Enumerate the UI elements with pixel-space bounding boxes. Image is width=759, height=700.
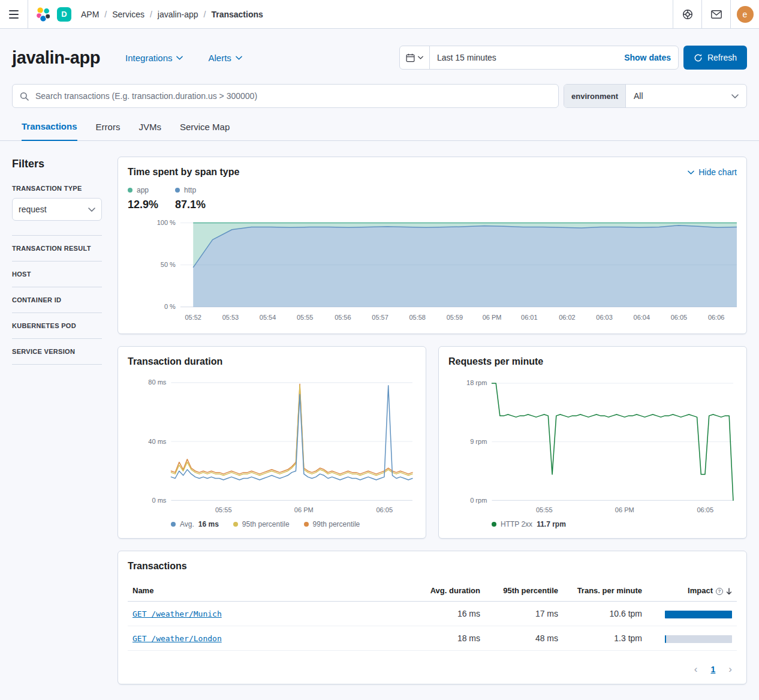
show-dates-button[interactable]: Show dates bbox=[624, 53, 678, 62]
transaction-duration-chart[interactable]: 0 ms40 ms80 ms05:5506 PM06:05 bbox=[128, 372, 416, 517]
column-name[interactable]: Name bbox=[128, 580, 413, 602]
environment-control: environment All bbox=[564, 84, 747, 108]
rpm-legend: HTTP 2xx11.7 rpm bbox=[492, 520, 737, 528]
chevron-down-icon bbox=[731, 94, 739, 98]
svg-text:50 %: 50 % bbox=[161, 261, 176, 268]
transaction-type-label: TRANSACTION TYPE bbox=[12, 185, 102, 192]
impact-info-icon[interactable]: ? bbox=[716, 588, 723, 595]
svg-text:06 PM: 06 PM bbox=[483, 314, 502, 321]
service-tabs: Transactions Errors JVMs Service Map bbox=[0, 121, 759, 141]
tab-errors[interactable]: Errors bbox=[96, 121, 121, 140]
page-1-button[interactable]: 1 bbox=[711, 665, 716, 674]
svg-text:40 ms: 40 ms bbox=[148, 437, 167, 444]
p95-legend-label: 95th percentile bbox=[242, 520, 290, 528]
filters-sidebar: Filters TRANSACTION TYPE request TRANSAC… bbox=[12, 157, 102, 696]
legend-app[interactable]: app 12.9% bbox=[128, 186, 158, 211]
transaction-link-london[interactable]: GET /weather/London bbox=[132, 634, 222, 643]
cell-tpm: 1.3 tpm bbox=[563, 626, 647, 651]
svg-text:06:01: 06:01 bbox=[521, 314, 537, 321]
transaction-link-munich[interactable]: GET /weather/Munich bbox=[132, 609, 222, 618]
chevron-down-icon bbox=[176, 56, 183, 60]
http2xx-legend-value: 11.7 rpm bbox=[537, 520, 566, 528]
search-row: environment All bbox=[12, 84, 747, 108]
svg-text:06:04: 06:04 bbox=[634, 314, 650, 321]
next-page-button[interactable]: › bbox=[728, 664, 732, 674]
integrations-label: Integrations bbox=[125, 53, 172, 63]
svg-text:05:58: 05:58 bbox=[409, 314, 426, 321]
svg-text:9 rpm: 9 rpm bbox=[470, 438, 487, 445]
cell-p95: 48 ms bbox=[485, 626, 563, 651]
impact-bar bbox=[665, 611, 732, 618]
column-95th-percentile[interactable]: 95th percentile bbox=[485, 580, 563, 602]
svg-text:06:02: 06:02 bbox=[559, 314, 575, 321]
quick-select-button[interactable] bbox=[400, 46, 430, 69]
time-range-value[interactable]: Last 15 minutes bbox=[430, 53, 624, 62]
svg-text:06:03: 06:03 bbox=[596, 314, 612, 321]
transaction-type-select[interactable]: request bbox=[12, 198, 102, 221]
transactions-table-title: Transactions bbox=[128, 561, 737, 572]
integrations-dropdown[interactable]: Integrations bbox=[125, 53, 183, 63]
cell-avg: 16 ms bbox=[413, 602, 485, 626]
svg-text:80 ms: 80 ms bbox=[148, 378, 167, 386]
hamburger-icon bbox=[9, 10, 19, 19]
span-type-chart[interactable]: 0 %50 %100 %05:5205:5305:5405:5505:5605:… bbox=[128, 216, 737, 324]
p95-legend-dot bbox=[233, 522, 238, 527]
svg-text:05:59: 05:59 bbox=[447, 314, 463, 321]
legend-99th[interactable]: 99th percentile bbox=[304, 520, 360, 528]
breadcrumb-service[interactable]: javalin-app bbox=[144, 10, 198, 19]
breadcrumb-services[interactable]: Services bbox=[99, 10, 144, 19]
avg-legend-value: 16 ms bbox=[198, 520, 219, 528]
http2xx-legend-dot bbox=[492, 522, 496, 527]
menu-button[interactable] bbox=[0, 0, 28, 29]
p99-legend-label: 99th percentile bbox=[313, 520, 360, 528]
space-badge[interactable]: D bbox=[57, 7, 71, 22]
tab-transactions[interactable]: Transactions bbox=[22, 121, 77, 141]
svg-text:06:05: 06:05 bbox=[697, 506, 713, 513]
tab-service-map[interactable]: Service Map bbox=[180, 121, 230, 140]
impact-bar bbox=[665, 635, 732, 643]
lifebuoy-icon bbox=[682, 9, 693, 20]
svg-text:06:05: 06:05 bbox=[671, 314, 687, 321]
filter-host[interactable]: HOST bbox=[12, 262, 102, 287]
filter-transaction-result[interactable]: TRANSACTION RESULT bbox=[12, 236, 102, 262]
refresh-icon bbox=[694, 53, 703, 62]
tab-jvms[interactable]: JVMs bbox=[138, 121, 161, 140]
requests-per-minute-chart[interactable]: 0 rpm9 rpm18 rpm05:5506 PM06:05 bbox=[448, 372, 737, 517]
app-legend-label: app bbox=[137, 186, 149, 194]
cell-tpm: 10.6 tpm bbox=[563, 602, 647, 626]
chevron-down-icon bbox=[236, 56, 242, 60]
app-legend-dot bbox=[128, 188, 132, 193]
filter-container-id[interactable]: CONTAINER ID bbox=[12, 287, 102, 313]
mail-button[interactable] bbox=[701, 0, 730, 29]
alerts-label: Alerts bbox=[208, 53, 231, 63]
hide-chart-button[interactable]: Hide chart bbox=[688, 167, 737, 177]
chevron-down-icon bbox=[418, 56, 423, 59]
help-button[interactable] bbox=[673, 0, 701, 29]
environment-value: All bbox=[634, 91, 643, 101]
http-percentage: 87.1% bbox=[175, 199, 206, 211]
search-transactions-input[interactable] bbox=[34, 91, 551, 101]
column-trans-per-minute[interactable]: Trans. per minute bbox=[563, 580, 647, 602]
filters-title: Filters bbox=[12, 158, 102, 170]
transaction-duration-panel: Transaction duration 0 ms40 ms80 ms05:55… bbox=[118, 346, 426, 539]
breadcrumb-apm[interactable]: APM bbox=[81, 10, 99, 19]
transactions-table: Name Avg. duration 95th percentile Trans… bbox=[128, 580, 737, 651]
alerts-dropdown[interactable]: Alerts bbox=[208, 53, 242, 63]
p99-legend-dot bbox=[304, 522, 309, 527]
user-menu-button[interactable]: e bbox=[730, 0, 759, 29]
cell-avg: 18 ms bbox=[413, 626, 485, 651]
legend-95th[interactable]: 95th percentile bbox=[233, 520, 290, 528]
legend-http[interactable]: http 87.1% bbox=[175, 186, 206, 211]
legend-avg[interactable]: Avg.16 ms bbox=[171, 520, 219, 528]
column-impact[interactable]: Impact? bbox=[647, 580, 737, 602]
prev-page-button[interactable]: ‹ bbox=[694, 664, 698, 674]
filter-service-version[interactable]: SERVICE VERSION bbox=[12, 339, 102, 365]
filter-kubernetes-pod[interactable]: KUBERNETES POD bbox=[12, 313, 102, 339]
svg-text:06:05: 06:05 bbox=[376, 506, 393, 513]
legend-http2xx[interactable]: HTTP 2xx11.7 rpm bbox=[492, 520, 566, 528]
environment-select[interactable]: All bbox=[626, 85, 746, 107]
column-avg-duration[interactable]: Avg. duration bbox=[413, 580, 485, 602]
transaction-duration-title: Transaction duration bbox=[128, 356, 416, 367]
svg-text:100 %: 100 % bbox=[157, 219, 176, 226]
refresh-button[interactable]: Refresh bbox=[683, 46, 747, 70]
